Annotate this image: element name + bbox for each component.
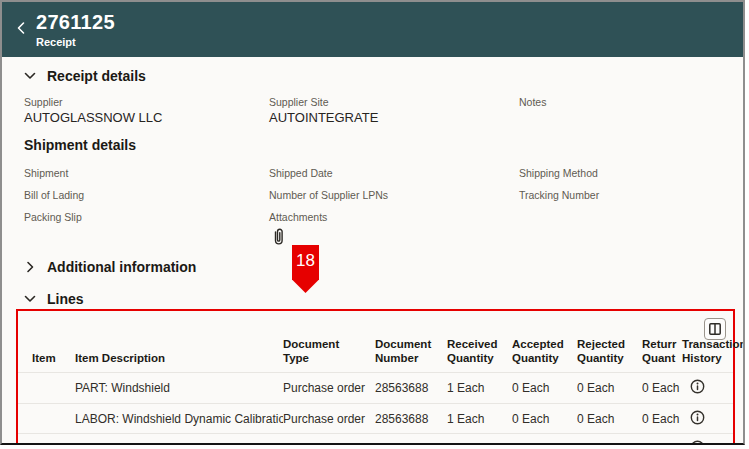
cell-document-number: 28563688 [375,381,447,395]
chevron-left-icon [15,21,28,35]
shipping-method-label: Shipping Method [519,167,721,179]
cell-accepted-quantity: 0 Each [512,381,577,395]
cell-received-quantity: 1 Each [447,442,512,445]
packing-slip-label: Packing Slip [24,211,269,251]
supplier-site-label: Supplier Site [269,96,519,108]
cell-received-quantity: 1 Each [447,412,512,426]
cell-item-description: PART: Windshield [75,381,283,395]
receipt-details-title: Receipt details [47,68,146,84]
section-additional-information-toggle[interactable]: Additional information [2,259,743,275]
paperclip-icon [271,227,286,247]
cell-document-number: 28563688 [375,412,447,426]
cell-accepted-quantity: 0 Each [512,412,577,426]
cell-rejected-quantity: 0 Each [577,412,642,426]
shipment-details-title: Shipment details [2,137,743,153]
field-supplier-site: Supplier Site AUTOINTEGRATE [269,96,519,125]
lines-title: Lines [47,291,84,307]
cell-document-type: Purchase order [283,442,375,445]
supplier-lpns-label: Number of Supplier LPNs [269,189,519,201]
col-header-document-number[interactable]: Document Number [375,337,447,372]
cell-transaction-history [682,379,733,397]
transaction-history-button[interactable] [690,440,705,445]
cell-document-type: Purchase order [283,412,375,426]
cell-item-description: LABOR: Windshield [75,442,283,445]
col-header-item[interactable]: Item [32,351,75,372]
cell-transaction-history [682,440,733,445]
chevron-down-icon [24,70,36,82]
cell-item-description: LABOR: Windshield Dynamic Calibration [75,412,283,426]
transaction-history-button[interactable] [690,379,705,394]
section-lines-toggle[interactable]: Lines [2,291,743,307]
page-header: 2761125 Receipt [2,2,743,57]
info-icon [690,379,705,394]
chevron-right-icon [24,261,36,273]
columns-icon [708,322,722,336]
cell-returned-quantity: 0 Each [642,381,682,395]
annotation-callout-18: 18 [292,245,319,293]
col-header-returned-quantity[interactable]: Returr Quant [642,337,682,372]
supplier-label: Supplier [24,96,269,108]
info-icon [690,410,705,425]
info-icon [690,440,705,445]
receipt-page: 2761125 Receipt Receipt details Supplier… [0,0,745,445]
field-notes: Notes [519,96,721,125]
col-header-transaction-history[interactable]: Transaction History [682,337,733,372]
attachments-button[interactable] [271,227,286,247]
table-row[interactable]: LABOR: Windshield Purchase order 2856368… [18,433,733,445]
tracking-number-label: Tracking Number [519,189,721,201]
col-header-accepted-quantity[interactable]: Accepted Quantity [512,337,577,372]
annotation-number: 18 [296,251,315,293]
supplier-site-value: AUTOINTEGRATE [269,110,519,125]
attachments-label: Attachments [269,211,519,223]
cell-received-quantity: 1 Each [447,381,512,395]
table-row[interactable]: PART: Windshield Purchase order 28563688… [18,373,733,403]
cell-rejected-quantity: 0 Each [577,381,642,395]
back-button[interactable] [8,13,34,43]
bill-of-lading-label: Bill of Lading [24,189,269,201]
lines-table-container: Item Item Description Document Type Docu… [16,309,735,445]
column-manager-button[interactable] [704,318,726,340]
receipt-details-fields: Supplier AUTOGLASSNOW LLC Supplier Site … [2,96,743,125]
lines-table-header: Item Item Description Document Type Docu… [18,311,733,373]
cell-document-number: 28563688 [375,442,447,445]
col-header-document-type[interactable]: Document Type [283,337,375,372]
cell-transaction-history [682,410,733,428]
table-row[interactable]: LABOR: Windshield Dynamic Calibration Pu… [18,403,733,433]
page-subtitle: Receipt [36,36,115,48]
cell-returned-quantity: 0 Each [642,412,682,426]
col-header-rejected-quantity[interactable]: Rejected Quantity [577,337,642,372]
chevron-down-icon [24,293,36,305]
cell-rejected-quantity: 0 Each [577,442,642,445]
col-header-item-description[interactable]: Item Description [75,351,283,372]
cell-accepted-quantity: 0 Each [512,442,577,445]
cell-returned-quantity: 0 Each [642,442,682,445]
shipment-label: Shipment [24,167,269,179]
page-title: 2761125 [36,11,115,33]
section-receipt-details-toggle[interactable]: Receipt details [2,68,743,84]
empty-cell [519,211,721,251]
cell-document-type: Purchase order [283,381,375,395]
supplier-value: AUTOGLASSNOW LLC [24,110,269,125]
notes-value [519,110,721,125]
notes-label: Notes [519,96,721,108]
col-header-received-quantity[interactable]: Received Quantity [447,337,512,372]
additional-information-title: Additional information [47,259,196,275]
field-supplier: Supplier AUTOGLASSNOW LLC [24,96,269,125]
shipped-date-label: Shipped Date [269,167,519,179]
transaction-history-button[interactable] [690,410,705,425]
shipment-details-fields: Shipment Shipped Date Shipping Method Bi… [2,167,743,251]
